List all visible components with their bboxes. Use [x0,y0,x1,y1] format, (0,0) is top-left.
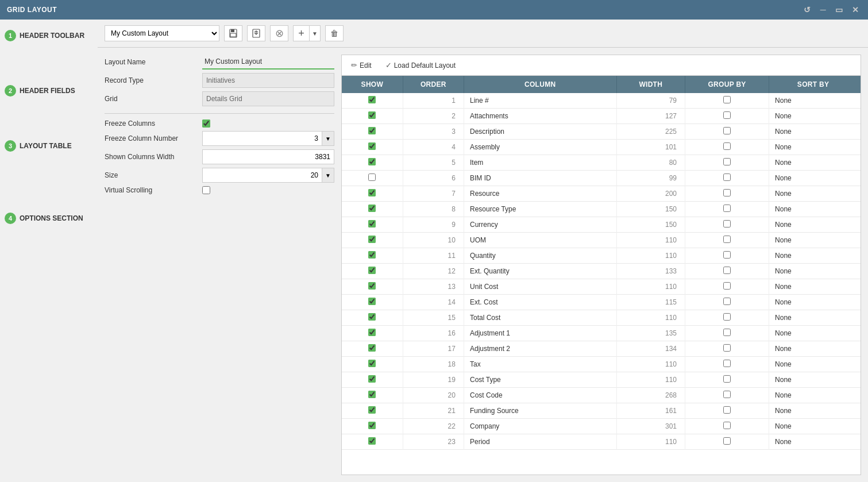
shown-columns-width-row: Shown Columns Width [105,149,334,164]
groupby-checkbox[interactable] [723,96,731,103]
cell-groupby [685,124,769,140]
cell-show [342,124,403,140]
show-checkbox[interactable] [368,158,376,165]
cell-groupby [685,357,769,372]
show-checkbox[interactable] [368,189,376,196]
cell-groupby [685,295,769,310]
show-checkbox[interactable] [368,406,376,414]
freeze-columns-label: Freeze Columns [105,119,202,128]
restore-btn[interactable]: ▭ [834,4,845,16]
cell-sortby: None [769,109,861,124]
cell-width: 161 [616,403,685,419]
shown-columns-width-input[interactable] [202,149,334,164]
groupby-checkbox[interactable] [723,173,731,181]
show-checkbox[interactable] [368,282,376,290]
size-arrow[interactable]: ▼ [322,168,334,183]
table-row: 15Total Cost110None [342,310,861,326]
freeze-column-number-input[interactable] [202,131,322,146]
col-width-header: WIDTH [616,76,685,93]
show-checkbox[interactable] [368,236,376,243]
cell-order: 13 [403,279,464,295]
groupby-checkbox[interactable] [723,205,731,212]
cell-groupby [685,109,769,124]
groupby-checkbox[interactable] [723,189,731,196]
groupby-checkbox[interactable] [723,298,731,305]
close-btn[interactable]: ✕ [850,4,861,16]
show-checkbox[interactable] [368,111,376,119]
size-input[interactable] [202,168,322,183]
size-label: Size [105,171,202,179]
show-checkbox[interactable] [368,375,376,383]
groupby-checkbox[interactable] [723,267,731,274]
groupby-checkbox[interactable] [723,375,731,383]
table-row: 5Item80None [342,155,861,171]
cell-column: Currency [464,217,616,233]
virtual-scrolling-checkbox[interactable] [202,186,210,194]
show-checkbox[interactable] [368,329,376,336]
show-checkbox[interactable] [368,267,376,274]
groupby-checkbox[interactable] [723,344,731,352]
layout-name-input[interactable] [202,55,334,70]
cell-groupby [685,248,769,264]
cell-width: 301 [616,419,685,434]
edit-button[interactable]: ✏ Edit [349,60,374,71]
show-checkbox[interactable] [368,127,376,134]
groupby-checkbox[interactable] [723,422,731,429]
groupby-checkbox[interactable] [723,142,731,150]
annotations-panel: 1 HEADER TOOLBAR 2 HEADER FIELDS 3 LAYOU… [0,20,98,482]
export-button[interactable] [247,25,265,41]
groupby-checkbox[interactable] [723,127,731,134]
cell-column: UOM [464,233,616,248]
freeze-column-number-arrow[interactable]: ▼ [322,131,334,146]
show-checkbox[interactable] [368,422,376,429]
cell-order: 7 [403,186,464,202]
show-checkbox[interactable] [368,344,376,352]
cell-groupby [685,140,769,155]
freeze-columns-checkbox[interactable] [202,119,210,128]
delete-button[interactable]: 🗑 [325,25,344,41]
freeze-column-number-wrapper: ▼ [202,131,334,146]
groupby-checkbox[interactable] [723,313,731,321]
groupby-checkbox[interactable] [723,391,731,398]
cell-sortby: None [769,295,861,310]
groupby-checkbox[interactable] [723,111,731,119]
minimize-btn[interactable]: ─ [817,4,829,16]
layout-select[interactable]: My Custom Layout Default Layout [105,25,219,41]
close-circle-button[interactable]: ⊗ [270,25,288,41]
groupby-checkbox[interactable] [723,236,731,243]
layout-name-row: Layout Name [105,55,334,70]
cell-width: 110 [616,248,685,264]
show-checkbox[interactable] [368,251,376,259]
show-checkbox[interactable] [368,360,376,367]
add-split-button[interactable]: + ▼ [293,25,321,41]
groupby-checkbox[interactable] [723,251,731,259]
add-dropdown-arrow[interactable]: ▼ [310,26,320,41]
show-checkbox[interactable] [368,437,376,445]
cell-groupby [685,388,769,403]
badge-2: 2 [5,85,16,97]
groupby-checkbox[interactable] [723,220,731,227]
show-checkbox[interactable] [368,391,376,398]
cell-sortby: None [769,357,861,372]
groupby-checkbox[interactable] [723,360,731,367]
groupby-checkbox[interactable] [723,158,731,165]
save-button[interactable] [224,25,242,41]
groupby-checkbox[interactable] [723,282,731,290]
show-checkbox[interactable] [368,142,376,150]
annotation-3: 3 LAYOUT TABLE [5,140,93,152]
cell-sortby: None [769,264,861,279]
refresh-btn[interactable]: ↺ [801,4,813,16]
grid-row: Grid [105,91,334,106]
show-checkbox[interactable] [368,220,376,227]
add-main-btn[interactable]: + [294,26,310,41]
groupby-checkbox[interactable] [723,329,731,336]
show-checkbox[interactable] [368,205,376,212]
show-checkbox[interactable] [368,96,376,103]
load-default-button[interactable]: ✓ Load Default Layout [383,60,458,71]
groupby-checkbox[interactable] [723,437,731,445]
show-checkbox[interactable] [368,298,376,305]
show-checkbox[interactable] [368,173,376,181]
show-checkbox[interactable] [368,313,376,321]
cell-order: 5 [403,155,464,171]
groupby-checkbox[interactable] [723,406,731,414]
